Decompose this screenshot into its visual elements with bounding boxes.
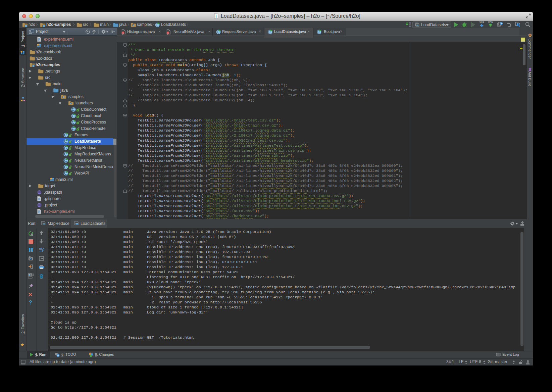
svg-text:j: j (122, 32, 123, 35)
svg-text:VCS: VCS (488, 21, 493, 23)
svg-text:j: j (167, 32, 168, 35)
svg-text:01: 01 (409, 26, 411, 27)
svg-text:j: j (215, 14, 217, 18)
svg-text:VCS: VCS (480, 21, 484, 23)
